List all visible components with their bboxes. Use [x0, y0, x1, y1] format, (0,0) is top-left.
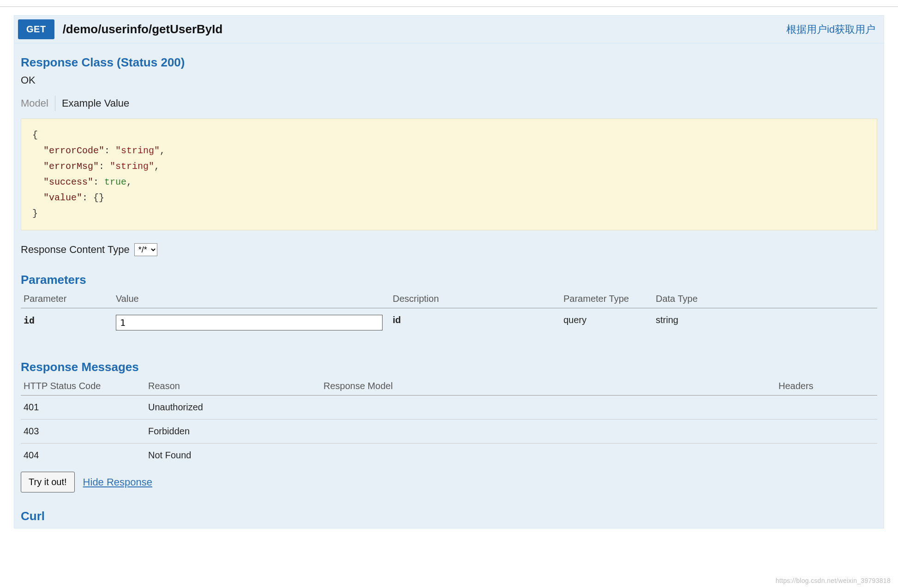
table-row: ididquerystring — [21, 308, 877, 344]
hide-response-link[interactable]: Hide Response — [83, 476, 152, 488]
status-reason: Not Found — [145, 444, 321, 468]
col-data-type: Data Type — [653, 291, 877, 308]
response-content-type-row: Response Content Type */* — [21, 243, 877, 256]
operation-header[interactable]: GET /demo/userinfo/getUserById 根据用户id获取用… — [14, 16, 884, 43]
col-response-model: Response Model — [321, 378, 776, 396]
parameters-table: Parameter Value Description Parameter Ty… — [21, 291, 877, 343]
response-headers — [776, 420, 877, 444]
try-it-out-button[interactable]: Try it out! — [21, 472, 75, 492]
parameter-data-type: string — [653, 308, 877, 344]
parameter-value-input[interactable] — [116, 315, 383, 330]
status-reason: Unauthorized — [145, 396, 321, 420]
table-row: 403Forbidden — [21, 420, 877, 444]
col-headers: Headers — [776, 378, 877, 396]
response-model — [321, 444, 776, 468]
parameter-type: query — [561, 308, 653, 344]
operation-body: Response Class (Status 200) OK Model Exa… — [14, 43, 884, 528]
table-row: 401Unauthorized — [21, 396, 877, 420]
response-headers — [776, 444, 877, 468]
col-reason: Reason — [145, 378, 321, 396]
response-class-heading: Response Class (Status 200) — [21, 55, 877, 70]
response-model — [321, 420, 776, 444]
response-content-type-select[interactable]: */* — [134, 243, 157, 256]
operation-summary: 根据用户id获取用户 — [786, 23, 875, 36]
response-model — [321, 396, 776, 420]
example-json-code[interactable]: { "errorCode": "string", "errorMsg": "st… — [21, 119, 877, 230]
operation-path[interactable]: /demo/userinfo/getUserById — [63, 22, 786, 36]
response-messages-table: HTTP Status Code Reason Response Model H… — [21, 378, 877, 467]
operation-block: GET /demo/userinfo/getUserById 根据用户id获取用… — [14, 15, 884, 528]
top-divider — [0, 0, 898, 7]
col-value: Value — [113, 291, 390, 308]
status-reason: Forbidden — [145, 420, 321, 444]
response-status-text: OK — [21, 74, 877, 86]
tab-example-value[interactable]: Example Value — [55, 96, 136, 111]
col-http-status-code: HTTP Status Code — [21, 378, 145, 396]
status-code: 401 — [21, 396, 145, 420]
http-method-badge: GET — [18, 19, 54, 39]
parameters-heading: Parameters — [21, 273, 877, 287]
tab-model[interactable]: Model — [21, 96, 55, 111]
curl-heading: Curl — [21, 509, 877, 523]
response-content-type-label: Response Content Type — [21, 244, 130, 256]
response-messages-heading: Response Messages — [21, 360, 877, 374]
parameter-description: id — [393, 315, 401, 325]
status-code: 403 — [21, 420, 145, 444]
schema-tabs: Model Example Value — [21, 96, 877, 111]
col-parameter: Parameter — [21, 291, 113, 308]
col-parameter-type: Parameter Type — [561, 291, 653, 308]
response-headers — [776, 396, 877, 420]
parameter-name: id — [24, 315, 35, 326]
status-code: 404 — [21, 444, 145, 468]
table-row: 404Not Found — [21, 444, 877, 468]
actions-row: Try it out! Hide Response — [21, 472, 877, 492]
col-description: Description — [390, 291, 561, 308]
